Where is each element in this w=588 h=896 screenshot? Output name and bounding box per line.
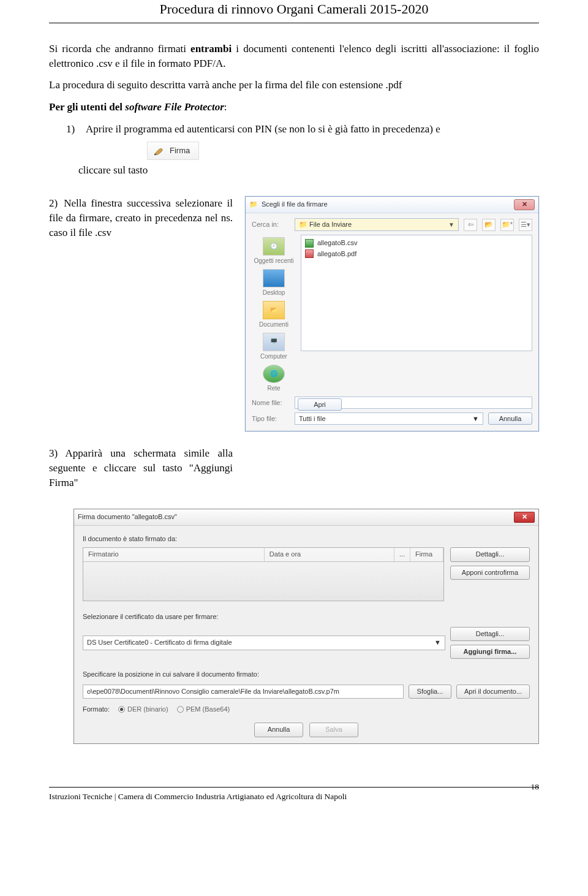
- radio-off-icon: [177, 706, 184, 713]
- header-title: Procedura di rinnovo Organi Camerali 201…: [160, 1, 429, 17]
- folder-icon: 📁: [249, 200, 258, 209]
- filename-label: Nome file:: [252, 398, 290, 408]
- format-der-label: DER (binario): [127, 705, 168, 714]
- certificate-value: DS User Certificate0 - Certificato di fi…: [87, 638, 232, 647]
- format-der-radio[interactable]: DER (binario): [118, 705, 168, 714]
- countersign-button[interactable]: Apponi controfirma: [450, 566, 530, 580]
- intro-p3b-italic: software File Protector: [125, 101, 224, 113]
- grid-col-signer: Firmatario: [83, 548, 265, 561]
- intro-p1b-bold: entrambi: [190, 43, 232, 55]
- grid-col-more: ...: [394, 548, 410, 561]
- page-number: 18: [531, 781, 540, 793]
- up-folder-icon[interactable]: 📂: [482, 219, 496, 231]
- pdf-file-icon: [305, 249, 314, 258]
- intro-paragraph-3: Per gli utenti del software File Protect…: [49, 100, 539, 115]
- signers-grid[interactable]: Firmatario Data e ora ... Firma: [83, 547, 444, 601]
- recent-icon: 🕘: [263, 237, 285, 256]
- close-button[interactable]: ✕: [514, 199, 535, 210]
- view-menu-icon[interactable]: ☰▾: [519, 219, 532, 231]
- filename-input[interactable]: Apri: [295, 397, 532, 409]
- file-open-dialog: 📁 Scegli il file da firmare ✕ Cerca in: …: [245, 196, 539, 431]
- sign-dialog-title: Firma documento "allegatoB.csv": [78, 512, 177, 522]
- search-in-label: Cerca in:: [252, 220, 290, 229]
- file-row[interactable]: allegatoB.pdf: [305, 249, 528, 259]
- folder-combo[interactable]: 📁 File da Inviare ▼: [295, 218, 459, 231]
- page-header: Procedura di rinnovo Organi Camerali 201…: [49, 0, 539, 23]
- computer-icon: 🖥️: [263, 333, 285, 351]
- dialog-save-button[interactable]: Salva: [309, 723, 358, 737]
- filetype-combo[interactable]: Tutti i file ▼: [295, 412, 483, 425]
- new-folder-icon[interactable]: 📁*: [500, 219, 514, 231]
- dialog-title: Scegli il file da firmare: [262, 200, 328, 209]
- chevron-down-icon: ▼: [448, 221, 454, 229]
- place-desktop-label: Desktop: [263, 289, 285, 297]
- place-documents-label: Documenti: [259, 321, 288, 329]
- step-1-number: 1): [66, 122, 78, 137]
- radio-on-icon: [118, 706, 125, 713]
- open-document-button[interactable]: Apri il documento...: [456, 685, 530, 699]
- documents-icon: 📂: [263, 301, 285, 319]
- sign-dialog: Firma documento "allegatoB.csv" ✕ Il doc…: [74, 509, 539, 744]
- save-location-label: Specificare la posizione in cui salvare …: [83, 670, 530, 679]
- details-button[interactable]: Dettagli...: [450, 547, 530, 561]
- intro-p3c: :: [224, 101, 227, 113]
- step-1-text: Aprire il programma ed autenticarsi con …: [86, 122, 539, 137]
- place-desktop[interactable]: Desktop: [263, 269, 285, 297]
- format-pem-label: PEM (Base64): [186, 705, 230, 714]
- firma-button-label: Firma: [170, 145, 190, 156]
- step-2-text: Nella finestra successiva selezionare il…: [49, 197, 233, 238]
- chevron-down-icon: ▼: [472, 414, 479, 423]
- place-documents[interactable]: 📂 Documenti: [259, 301, 288, 329]
- pen-icon: [153, 145, 165, 157]
- place-recent-label: Oggetti recenti: [254, 257, 293, 265]
- grid-col-sign: Firma: [410, 548, 443, 561]
- cert-label: Selezionare il certificato da usare per …: [83, 612, 530, 621]
- back-icon[interactable]: ⇦: [464, 219, 477, 231]
- cert-details-button[interactable]: Dettagli...: [450, 627, 530, 641]
- save-path-input[interactable]: o\epe0078\Documenti\Rinnovo Consiglio ca…: [83, 685, 404, 699]
- step-2-text-block: 2)Nella finestra successiva selezionare …: [49, 196, 233, 240]
- folder-combo-value: File da Inviare: [309, 221, 352, 228]
- intro-paragraph-1: Si ricorda che andranno firmati entrambi…: [49, 42, 539, 71]
- intro-p3a: Per gli utenti del: [49, 101, 125, 113]
- footer-text: Istruzioni Tecniche | Camera di Commerci…: [49, 791, 347, 803]
- document-page: Procedura di rinnovo Organi Camerali 201…: [0, 0, 588, 827]
- file-list[interactable]: allegatoB.csv allegatoB.pdf: [301, 235, 532, 351]
- place-network-label: Rete: [267, 384, 280, 393]
- csv-file-icon: [305, 239, 314, 248]
- grid-col-datetime: Data e ora: [265, 548, 394, 561]
- add-signature-button[interactable]: Aggiungi firma...: [450, 645, 530, 659]
- step-2-row: 2)Nella finestra successiva selezionare …: [49, 196, 539, 431]
- signed-by-label: Il documento è stato firmato da:: [83, 534, 530, 544]
- filetype-value: Tutti i file: [299, 414, 326, 423]
- step-1: 1) Aprire il programma ed autenticarsi c…: [49, 122, 539, 137]
- intro-paragraph-2: La procedura di seguito descritta varrà …: [49, 78, 539, 93]
- place-network[interactable]: 🌐 Rete: [263, 365, 285, 393]
- network-icon: 🌐: [263, 365, 285, 383]
- close-button[interactable]: ✕: [514, 512, 535, 523]
- format-label: Formato:: [83, 705, 110, 714]
- step-1-click-text: cliccare sul tasto: [49, 163, 539, 178]
- place-computer[interactable]: 🖥️ Computer: [260, 333, 287, 361]
- step-3-text: 3) Apparirà una schermata simile alla se…: [49, 446, 233, 490]
- page-footer: Istruzioni Tecniche | Camera di Commerci…: [49, 791, 539, 803]
- place-computer-label: Computer: [260, 352, 287, 361]
- sign-dialog-titlebar[interactable]: Firma documento "allegatoB.csv" ✕: [74, 509, 538, 526]
- format-pem-radio[interactable]: PEM (Base64): [177, 705, 230, 714]
- desktop-icon: [263, 269, 285, 287]
- browse-button[interactable]: Sfoglia...: [409, 685, 451, 699]
- firma-button[interactable]: Firma: [147, 142, 199, 160]
- file-row[interactable]: allegatoB.csv: [305, 238, 528, 248]
- certificate-combo[interactable]: DS User Certificate0 - Certificato di fi…: [83, 636, 445, 650]
- footer-divider: [49, 787, 539, 788]
- dialog-titlebar[interactable]: 📁 Scegli il file da firmare ✕: [246, 197, 538, 213]
- file-name: allegatoB.pdf: [317, 249, 356, 259]
- open-button[interactable]: Apri: [298, 398, 342, 411]
- place-recent[interactable]: 🕘 Oggetti recenti: [254, 237, 293, 265]
- filetype-label: Tipo file:: [252, 414, 290, 423]
- cancel-button[interactable]: Annulla: [488, 412, 532, 425]
- chevron-down-icon: ▼: [434, 638, 441, 647]
- dialog-cancel-button[interactable]: Annulla: [254, 723, 303, 737]
- step-2-number: 2): [49, 197, 58, 209]
- firma-button-screenshot: Firma: [49, 142, 539, 161]
